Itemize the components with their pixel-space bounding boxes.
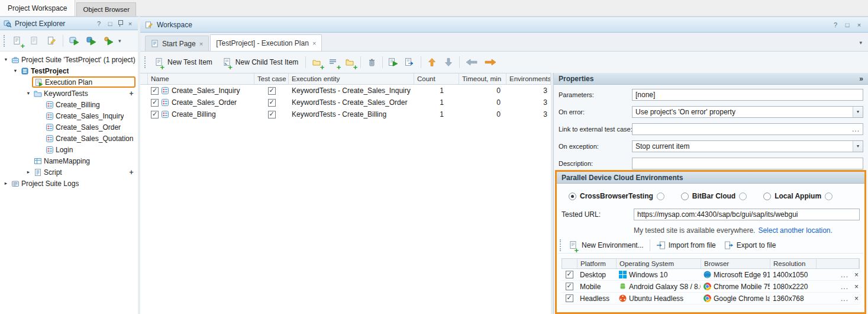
copy-item-button[interactable]: + [309, 55, 324, 69]
column-header-environments[interactable]: Environments [506, 73, 551, 84]
add-script-button[interactable]: + [127, 168, 135, 177]
info-icon[interactable] [739, 193, 747, 200]
run-project-button[interactable] [84, 34, 99, 48]
new-test-item-button[interactable]: + New Test Item [150, 54, 217, 71]
import-from-file-button[interactable]: Import from file [652, 237, 720, 254]
environment-checkbox[interactable] [566, 283, 573, 290]
expander-icon[interactable]: ▾ [2, 54, 9, 65]
expander-icon[interactable]: ▾ [12, 65, 19, 76]
expander-icon[interactable]: ▸ [2, 178, 9, 189]
on-error-select[interactable]: Use project's 'On error' property ▾ [632, 106, 863, 118]
radio-selected-icon[interactable] [569, 193, 576, 200]
info-icon[interactable] [825, 193, 832, 200]
close-panel-icon[interactable]: × [126, 20, 134, 27]
tree-item-project-suite[interactable]: ▾ Project Suite 'TestProject' (1 project… [0, 54, 138, 65]
add-existing-item-button[interactable] [27, 34, 42, 48]
collapse-panel-icon[interactable]: » [859, 75, 863, 83]
add-new-item-button[interactable]: + [9, 34, 25, 48]
remove-row-icon[interactable]: × [854, 294, 859, 303]
grid-row[interactable]: Create_Sales_Inquiry KeywordTests - Crea… [140, 85, 551, 97]
move-left-button[interactable] [463, 55, 480, 69]
enabled-checkbox[interactable] [151, 111, 159, 118]
environment-row[interactable]: Mobile Android Galaxy S8 / 8.0 Chrome Mo… [562, 281, 860, 293]
expander-icon[interactable]: ▾ [25, 88, 32, 99]
radio-crossbrowsertesting[interactable]: CrossBrowserTesting [569, 192, 664, 200]
new-environment-button[interactable]: + New Environment... [564, 237, 648, 254]
tree-item-namemapping[interactable]: NameMapping [0, 155, 138, 166]
help-icon[interactable]: ? [95, 20, 103, 27]
run-selected-test-button[interactable] [67, 34, 82, 48]
parameters-input[interactable]: [none] [632, 89, 863, 101]
remove-row-icon[interactable]: × [854, 283, 859, 291]
link-input[interactable]: ... [632, 123, 863, 135]
toolbar-drag-handle[interactable] [560, 239, 562, 251]
row-more-icon[interactable]: ... [841, 283, 848, 291]
column-header-platform[interactable]: Platform [577, 259, 617, 268]
run-project-suite-button[interactable] [101, 34, 117, 48]
edit-item-button[interactable] [44, 34, 59, 48]
column-header-browser[interactable]: Browser [701, 259, 770, 268]
dropdown-arrow-icon[interactable]: ▾ [853, 107, 863, 117]
pin-icon[interactable] [117, 20, 123, 27]
close-tab-icon[interactable]: × [312, 40, 316, 47]
radio-icon[interactable] [681, 193, 689, 200]
column-header-name[interactable]: Name [148, 73, 254, 84]
move-up-button[interactable] [424, 55, 440, 69]
column-header-count[interactable]: Count [414, 73, 459, 84]
run-options-chevron-icon[interactable]: ▾ [118, 38, 121, 44]
tab-overflow-chevron-icon[interactable]: ▾ [859, 40, 862, 46]
tree-item-create-sales-inquiry[interactable]: Create_Sales_Inquiry [0, 110, 138, 121]
tree-item-create-sales-quotation[interactable]: Create_Sales_Quotation [0, 133, 138, 144]
test-case-checkbox[interactable] [268, 99, 276, 107]
maximize-icon[interactable]: □ [843, 21, 851, 28]
row-more-icon[interactable]: ... [841, 294, 848, 303]
tab-project-workspace[interactable]: Project Workspace [0, 0, 75, 16]
column-header-timeout[interactable]: Timeout, min [459, 73, 506, 84]
run-from-selected-button[interactable] [402, 55, 418, 69]
column-header-test-case[interactable]: Test case [254, 73, 289, 84]
radio-icon[interactable] [763, 193, 771, 200]
dropdown-arrow-icon[interactable]: ▾ [853, 141, 863, 152]
grid-row[interactable]: Create_Billing KeywordTests - Create_Bil… [140, 108, 551, 120]
tree-item-script[interactable]: ▸ Script + [0, 166, 138, 178]
remove-row-icon[interactable]: × [854, 271, 859, 279]
tree-item-execution-plan[interactable]: Execution Plan [0, 76, 138, 88]
help-icon[interactable]: ? [831, 21, 840, 28]
column-header-os[interactable]: Operating System [617, 259, 701, 268]
tested-url-input[interactable]: https://mysap.com:44300/sap/bc/gui/sap/i… [634, 209, 860, 220]
tree-item-create-sales-order[interactable]: Create_Sales_Order [0, 121, 138, 133]
on-exception-select[interactable]: Stop current item ▾ [632, 140, 863, 152]
environment-row[interactable]: Headless Ubuntu Headless Google Chrome l… [562, 293, 860, 305]
browse-more-icon[interactable]: ... [852, 125, 860, 133]
environment-checkbox[interactable] [566, 271, 573, 278]
tree-item-keywordtests[interactable]: ▾ KeywordTests + [0, 88, 138, 99]
tree-item-testproject[interactable]: ▾ TestProject [0, 65, 138, 76]
grid-row[interactable]: Create_Sales_Order KeywordTests - Create… [140, 97, 551, 108]
select-location-link[interactable]: Select another location. [758, 226, 832, 235]
tab-object-browser[interactable]: Object Browser [76, 2, 136, 16]
test-case-checkbox[interactable] [268, 87, 276, 95]
tab-start-page[interactable]: Start Page × [145, 36, 209, 51]
close-tab-icon[interactable]: × [199, 40, 203, 47]
tree-item-project-suite-logs[interactable]: ▸ Project Suite Logs [0, 178, 138, 189]
radio-bitbar-cloud[interactable]: BitBar Cloud [681, 192, 747, 200]
delete-item-button[interactable] [364, 55, 379, 69]
tab-execution-plan[interactable]: [TestProject] - Execution Plan × [210, 34, 322, 51]
row-more-icon[interactable]: ... [841, 271, 848, 279]
export-to-file-button[interactable]: Export to file [720, 237, 780, 254]
enabled-checkbox[interactable] [151, 87, 159, 95]
move-down-button[interactable] [441, 55, 456, 69]
tree-item-create-billing[interactable]: Create_Billing [0, 99, 138, 110]
run-selected-item-button[interactable] [386, 55, 401, 69]
environment-row[interactable]: Desktop Windows 10 Microsoft Edge 91 140… [562, 269, 860, 281]
column-header-resolution[interactable]: Resolution [770, 259, 817, 268]
new-group-from-list-button[interactable]: + [325, 55, 341, 69]
info-icon[interactable] [657, 193, 664, 200]
add-keyword-test-button[interactable]: + [127, 89, 135, 98]
float-window-icon[interactable]: □ [106, 20, 114, 27]
move-right-button[interactable] [482, 55, 499, 69]
new-child-test-item-button[interactable]: + New Child Test Item [218, 54, 302, 71]
expander-icon[interactable]: ▸ [25, 166, 32, 178]
close-panel-icon[interactable]: × [855, 21, 863, 28]
enabled-checkbox[interactable] [151, 99, 159, 107]
